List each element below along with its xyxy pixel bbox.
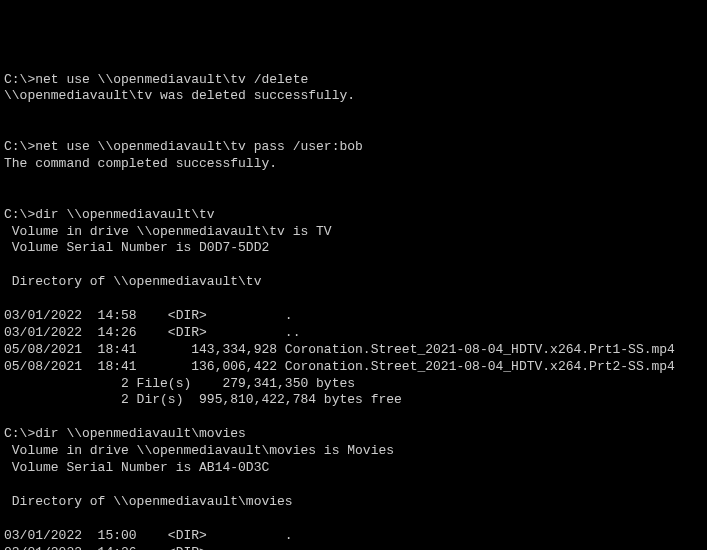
terminal-output: C:\>net use \\openmediavault\tv /delete … — [4, 72, 703, 550]
